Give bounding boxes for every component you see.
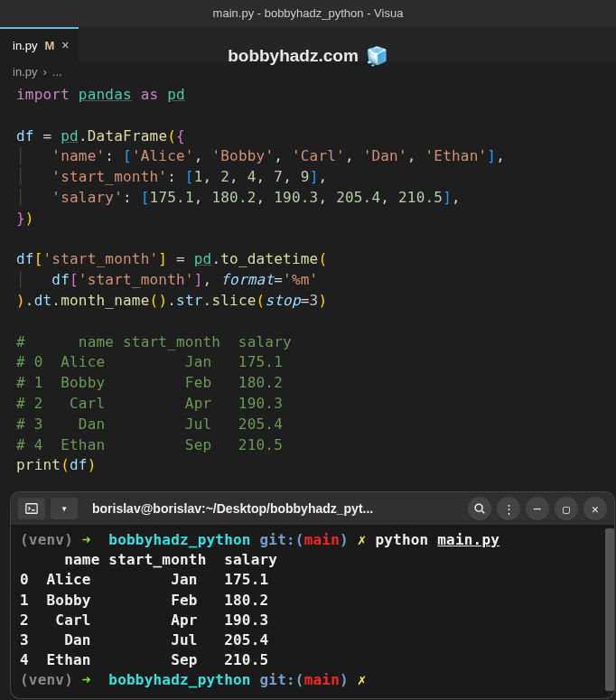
lit: 'Alice' xyxy=(132,147,194,164)
git-dirty-icon: ✗ xyxy=(358,671,367,688)
dropdown-button[interactable]: ▾ xyxy=(51,498,78,519)
output-line: 4 Ethan Sep 210.5 xyxy=(20,651,268,668)
kebab-icon: ⋮ xyxy=(503,502,515,516)
tab-filename: in.py xyxy=(13,39,37,52)
key-name: 'name' xyxy=(51,147,105,164)
maximize-button[interactable]: ▢ xyxy=(555,497,578,520)
comment: # 3 Dan Jul 205.4 xyxy=(16,415,283,433)
window-titlebar: main.py - bobbyhadz_python - Visua xyxy=(0,0,616,27)
fn-slice: slice xyxy=(211,292,256,309)
tab-modified-indicator: M xyxy=(44,39,54,52)
output-line: 0 Alice Jan 175.1 xyxy=(20,571,268,588)
output-line: 2 Carl Apr 190.3 xyxy=(20,611,268,629)
editor-tab-main[interactable]: in.py M × xyxy=(0,27,79,61)
var-df: df xyxy=(16,127,34,145)
ref-pd: pd xyxy=(194,250,212,267)
key-salary: 'salary' xyxy=(51,189,123,206)
svg-line-2 xyxy=(482,511,485,514)
lit: 205.4 xyxy=(336,189,380,206)
var-df: df xyxy=(16,250,34,267)
lit: 175.1 xyxy=(150,189,194,206)
prompt-folder: bobbyhadz_python xyxy=(108,671,250,688)
lit: 'start_month' xyxy=(43,250,159,267)
kwarg-stop: stop xyxy=(265,292,300,309)
close-icon: ✕ xyxy=(592,502,599,516)
op-eq: = xyxy=(176,250,185,267)
lit: 'Bobby' xyxy=(211,147,274,164)
git-label: git:( xyxy=(260,531,304,548)
git-label: git:( xyxy=(260,671,304,688)
prompt-folder: bobbyhadz_python xyxy=(108,531,250,548)
lit: 3 xyxy=(310,292,319,309)
op-eq: = xyxy=(43,127,52,145)
lit: 7 xyxy=(274,168,283,185)
lit: '%m' xyxy=(283,271,318,288)
fn-to-datetime: to_datetime xyxy=(220,250,318,267)
chevron-right-icon: › xyxy=(42,65,46,79)
breadcrumb[interactable]: in.py › ... xyxy=(0,61,616,81)
breadcrumb-more: ... xyxy=(52,65,62,79)
terminal-icon xyxy=(25,502,38,515)
ref-pd: pd xyxy=(61,127,79,145)
alias-pd: pd xyxy=(167,86,185,103)
lit: 1 xyxy=(194,168,203,185)
git-dirty-icon: ✗ xyxy=(358,531,367,548)
lit: 9 xyxy=(301,168,310,185)
attr-dt: dt xyxy=(34,292,52,309)
minimize-icon: ─ xyxy=(534,502,541,516)
search-icon xyxy=(473,502,486,515)
attr-str: str xyxy=(176,292,203,309)
terminal-tab-title[interactable]: borislav@borislav:~/Desktop/bobbyhadz_py… xyxy=(83,501,462,516)
venv-label: (venv) xyxy=(20,531,73,548)
terminal-output[interactable]: (venv) ➜ bobbyhadz_python git:(main) ✗ p… xyxy=(11,525,614,696)
comment: # name start_month salary xyxy=(16,333,292,350)
close-button[interactable]: ✕ xyxy=(583,497,607,520)
lit: 4 xyxy=(247,168,257,185)
lit: 2 xyxy=(220,168,229,185)
prompt-arrow: ➜ xyxy=(82,671,91,688)
terminal-titlebar: ▾ borislav@borislav:~/Desktop/bobbyhadz_… xyxy=(11,492,614,525)
fn-month-name: month_name xyxy=(61,292,149,309)
keyword-import: import xyxy=(16,86,70,103)
lit: 'start_month' xyxy=(79,271,194,288)
fn-dataframe: DataFrame xyxy=(88,127,168,145)
git-branch: main xyxy=(304,671,340,688)
output-line: 3 Dan Jul 205.4 xyxy=(20,631,268,649)
git-close: ) xyxy=(340,671,349,688)
command: python xyxy=(375,531,428,548)
menu-button[interactable]: ⋮ xyxy=(497,497,520,520)
output-line: name start_month salary xyxy=(20,551,277,568)
git-branch: main xyxy=(304,531,340,548)
lit: 'Ethan' xyxy=(425,147,487,164)
lit: 190.3 xyxy=(274,189,318,206)
fn-print: print xyxy=(16,456,61,473)
comment: # 4 Ethan Sep 210.5 xyxy=(16,436,283,453)
key-start-month: 'start_month' xyxy=(51,168,167,185)
lit: 'Dan' xyxy=(363,147,407,164)
lit: 210.5 xyxy=(398,189,443,206)
terminal-window: ▾ borislav@borislav:~/Desktop/bobbyhadz_… xyxy=(11,492,614,698)
new-tab-button[interactable] xyxy=(18,498,45,519)
comment: # 1 Bobby Feb 180.2 xyxy=(16,374,283,391)
command-arg: main.py xyxy=(437,531,499,548)
svg-point-1 xyxy=(475,504,482,511)
var-df: df xyxy=(51,271,70,288)
editor-tabbar: in.py M × xyxy=(0,27,616,61)
comment: # 0 Alice Jan 175.1 xyxy=(16,353,283,370)
comment: # 2 Carl Apr 190.3 xyxy=(16,395,283,412)
maximize-icon: ▢ xyxy=(563,502,570,516)
svg-rect-0 xyxy=(26,504,37,514)
code-editor[interactable]: import pandas as pd df = pd.DataFrame({ … xyxy=(0,81,616,476)
close-icon[interactable]: × xyxy=(61,38,69,52)
chevron-down-icon: ▾ xyxy=(61,502,67,515)
lit: 'Carl' xyxy=(292,147,345,164)
module-pandas: pandas xyxy=(79,86,132,103)
lit: 180.2 xyxy=(211,189,256,206)
terminal-scrollbar[interactable] xyxy=(605,528,614,691)
minimize-button[interactable]: ─ xyxy=(526,497,549,520)
keyword-as: as xyxy=(141,86,159,103)
var-df: df xyxy=(70,456,88,473)
venv-label: (venv) xyxy=(20,671,73,688)
search-button[interactable] xyxy=(468,497,491,520)
git-close: ) xyxy=(340,531,349,548)
